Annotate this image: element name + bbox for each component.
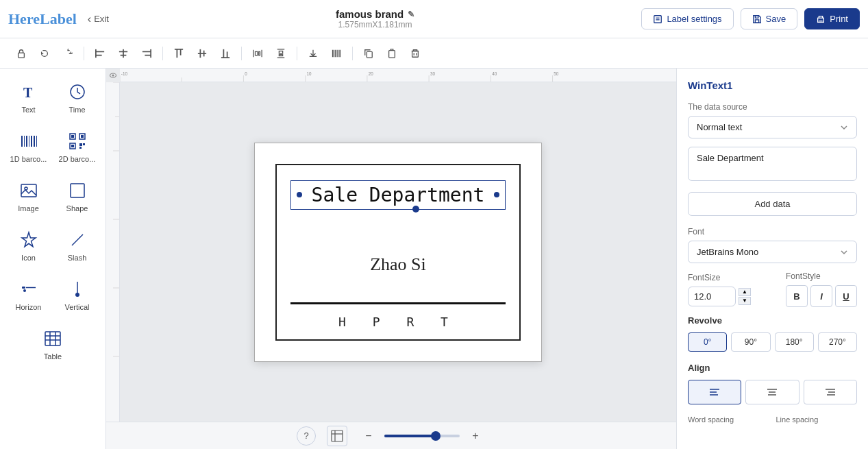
align-bottom-button[interactable] bbox=[215, 43, 236, 64]
handle-right[interactable] bbox=[494, 192, 499, 197]
zoom-track[interactable] bbox=[384, 435, 460, 437]
topbar: HereLabel Exit famous brand ✎ 1.575mmX1.… bbox=[0, 0, 868, 38]
svg-text:50: 50 bbox=[554, 71, 558, 76]
help-button[interactable]: ? bbox=[297, 426, 316, 446]
paste-button[interactable] bbox=[382, 43, 402, 64]
svg-rect-24 bbox=[221, 57, 230, 58]
label-canvas[interactable]: Sale Department Zhao Si H P R T bbox=[254, 143, 542, 362]
doc-size: 1.575mmX1.181mm bbox=[338, 20, 412, 29]
redo-button[interactable] bbox=[58, 43, 78, 64]
underline-button[interactable]: U bbox=[835, 285, 857, 307]
topbar-center: famous brand ✎ 1.575mmX1.181mm bbox=[336, 8, 414, 29]
import-button[interactable] bbox=[303, 43, 323, 64]
canvas-content[interactable]: Sale Department Zhao Si H P R T bbox=[120, 82, 676, 422]
sidebar-item-table-label: Table bbox=[44, 352, 62, 361]
svg-rect-94 bbox=[106, 82, 120, 422]
sidebar-item-horizon[interactable]: Horizon bbox=[5, 271, 51, 318]
sidebar-item-image-label: Image bbox=[18, 204, 39, 213]
sidebar-item-table[interactable]: Table bbox=[5, 321, 100, 367]
revolve-90-button[interactable]: 90° bbox=[731, 332, 770, 352]
sidebar-item-vertical[interactable]: Vertical bbox=[54, 271, 100, 318]
label-settings-button[interactable]: Label settings bbox=[641, 8, 733, 29]
sidebar-item-barcode-2d[interactable]: 2D barco... bbox=[54, 123, 100, 170]
svg-rect-4 bbox=[755, 15, 758, 18]
topbar-left: HereLabel Exit bbox=[8, 10, 109, 28]
align-center-h-button[interactable] bbox=[113, 43, 134, 64]
sidebar-item-barcode-1d[interactable]: 1D barco... bbox=[5, 123, 51, 170]
save-button[interactable]: Save bbox=[741, 8, 798, 29]
ruler-vertical bbox=[106, 82, 120, 422]
label-settings-label: Label settings bbox=[667, 14, 721, 24]
svg-rect-30 bbox=[279, 51, 282, 53]
doc-edit-icon[interactable]: ✎ bbox=[408, 10, 414, 19]
align-right-text-button[interactable] bbox=[804, 380, 857, 404]
italic-button[interactable]: I bbox=[810, 285, 832, 307]
doc-title-text: famous brand bbox=[336, 8, 404, 20]
svg-rect-6 bbox=[18, 53, 25, 58]
slash-icon bbox=[66, 229, 88, 251]
canvas-view-button[interactable] bbox=[327, 426, 347, 446]
font-size-up[interactable]: ▲ bbox=[739, 288, 751, 296]
align-right-button[interactable] bbox=[136, 43, 157, 64]
align-left-button[interactable] bbox=[90, 43, 110, 64]
svg-rect-60 bbox=[83, 143, 85, 145]
handle-drag[interactable] bbox=[412, 206, 419, 213]
exit-button[interactable]: Exit bbox=[88, 13, 109, 25]
line-spacing-item: Line spacing bbox=[776, 415, 858, 426]
undo-button[interactable] bbox=[34, 43, 55, 64]
line-element bbox=[290, 302, 506, 304]
zoom-slider[interactable]: − + bbox=[358, 426, 486, 446]
font-size-down[interactable]: ▼ bbox=[739, 297, 751, 305]
barcode-1d-icon bbox=[18, 130, 40, 152]
svg-rect-15 bbox=[150, 49, 151, 57]
selected-text-element[interactable]: Sale Department bbox=[290, 180, 506, 210]
data-source-select[interactable]: Normal text bbox=[688, 116, 857, 138]
panel-title: WinText1 bbox=[688, 80, 857, 91]
sidebar-item-shape-label: Shape bbox=[66, 204, 88, 213]
topbar-right: Label settings Save Print bbox=[641, 8, 860, 29]
font-value: JetBrains Mono bbox=[697, 247, 758, 257]
align-center-text-button[interactable] bbox=[745, 380, 799, 404]
distribute-v-button[interactable] bbox=[271, 43, 291, 64]
delete-button[interactable] bbox=[405, 43, 425, 64]
revolve-270-button[interactable]: 270° bbox=[818, 332, 857, 352]
revolve-180-button[interactable]: 180° bbox=[775, 332, 814, 352]
word-spacing-label: Word spacing bbox=[688, 415, 769, 424]
sidebar-item-shape[interactable]: Shape bbox=[54, 173, 100, 219]
font-size-input[interactable]: 12.0 bbox=[688, 287, 736, 306]
align-left-text-button[interactable] bbox=[688, 380, 741, 404]
sidebar-item-text[interactable]: T Text bbox=[5, 74, 51, 121]
line-spacing-label: Line spacing bbox=[776, 415, 858, 424]
sidebar-item-horizon-label: Horizon bbox=[16, 303, 42, 311]
zoom-thumb[interactable] bbox=[431, 431, 441, 441]
add-data-button[interactable]: Add data bbox=[688, 192, 857, 216]
left-sidebar: T Text Time 1D barco... 2D bar bbox=[0, 69, 106, 449]
distribute-h-button[interactable] bbox=[247, 43, 268, 64]
font-size-stepper[interactable]: ▲ ▼ bbox=[739, 288, 751, 305]
align-center-v-button[interactable] bbox=[192, 43, 212, 64]
zoom-out-button[interactable]: − bbox=[358, 426, 379, 446]
svg-rect-76 bbox=[120, 69, 676, 82]
spacing-row: Word spacing Line spacing bbox=[688, 415, 857, 426]
sidebar-item-slash[interactable]: Slash bbox=[54, 222, 100, 269]
font-size-value: 12.0 bbox=[694, 291, 711, 302]
revolve-0-button[interactable]: 0° bbox=[688, 332, 727, 352]
divider5 bbox=[352, 47, 353, 60]
align-top-button[interactable] bbox=[169, 43, 189, 64]
text-value-input[interactable]: Sale Department bbox=[688, 147, 857, 181]
barcode-button[interactable] bbox=[326, 43, 347, 64]
sidebar-item-time[interactable]: Time bbox=[54, 74, 100, 121]
handle-left[interactable] bbox=[297, 192, 302, 197]
print-label: Print bbox=[830, 14, 848, 24]
lock-button[interactable] bbox=[11, 43, 32, 64]
print-button[interactable]: Print bbox=[804, 8, 860, 29]
font-select[interactable]: JetBrains Mono bbox=[688, 241, 857, 263]
sidebar-item-icon[interactable]: Icon bbox=[5, 222, 51, 269]
sidebar-item-image[interactable]: Image bbox=[5, 173, 51, 219]
eye-icon[interactable] bbox=[106, 69, 120, 82]
zoom-in-button[interactable]: + bbox=[465, 426, 486, 446]
copy-button[interactable] bbox=[358, 43, 379, 64]
font-size-group: FontSize 12.0 ▲ ▼ bbox=[688, 273, 751, 306]
sidebar-item-vertical-label: Vertical bbox=[64, 303, 89, 311]
bold-button[interactable]: B bbox=[786, 285, 808, 307]
